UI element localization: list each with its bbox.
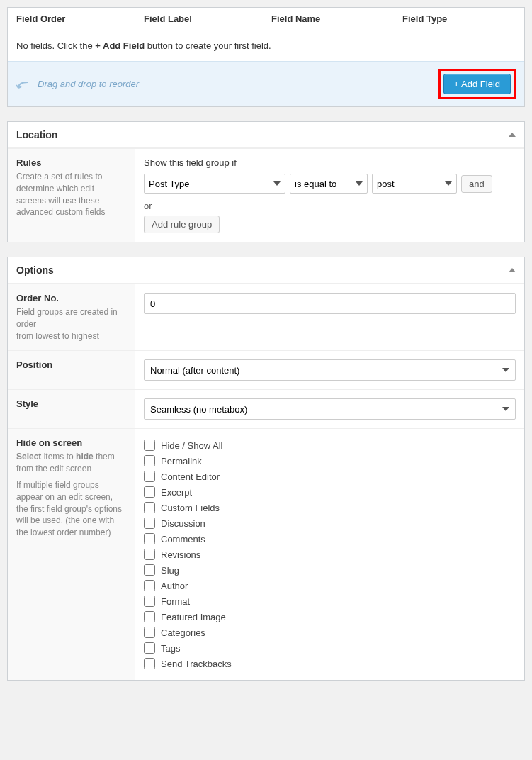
hide-desc-mid: items to: [41, 452, 76, 462]
or-label: or: [144, 201, 516, 211]
hide-item: Excerpt: [144, 484, 516, 500]
hide-item-label: Format: [161, 596, 190, 607]
options-title: Options: [16, 264, 54, 276]
options-toggle[interactable]: Options: [8, 257, 524, 284]
collapse-icon: [509, 133, 516, 137]
hide-item: Permalink: [144, 453, 516, 469]
reorder-hint: Drag and drop to reorder: [16, 78, 139, 91]
hide-item-label: Permalink: [161, 456, 202, 466]
hide-checkbox[interactable]: [144, 455, 155, 466]
add-field-button[interactable]: + Add Field: [443, 74, 511, 94]
hide-checkbox[interactable]: [144, 564, 155, 576]
order-no-desc: Field groups are created in order from l…: [16, 306, 126, 342]
col-header-label: Field Label: [135, 13, 263, 24]
rule-line: Post Type is equal to post and: [144, 174, 516, 194]
location-title: Location: [16, 129, 57, 140]
location-panel: Location Rules Create a set of rules to …: [7, 121, 525, 242]
hide-item-label: Custom Fields: [161, 503, 220, 513]
msg-post: button to create your first field.: [145, 40, 271, 51]
fields-panel: Field Order Field Label Field Name Field…: [7, 7, 525, 107]
hide-item: Custom Fields: [144, 500, 516, 515]
hide-checkbox[interactable]: [144, 658, 155, 669]
hide-checkbox[interactable]: [144, 533, 155, 544]
order-no-desc-2: from lowest to highest: [16, 331, 99, 341]
hide-item-label: Tags: [161, 643, 180, 654]
hide-item: Hide / Show All: [144, 437, 516, 453]
fields-header-row: Field Order Field Label Field Name Field…: [8, 8, 524, 30]
hide-checkbox[interactable]: [144, 486, 155, 498]
hide-item-label: Content Editor: [161, 471, 220, 482]
hide-item-label: Hide / Show All: [161, 440, 222, 451]
reorder-arrow-icon: [16, 78, 32, 91]
msg-bold: + Add Field: [95, 40, 145, 51]
position-select[interactable]: Normal (after content): [144, 359, 516, 381]
rule-and-button[interactable]: and: [461, 175, 492, 193]
hide-item-label: Slug: [161, 565, 179, 576]
hide-item-label: Featured Image: [161, 612, 226, 622]
hide-meta: Hide on screen Select items to hide them…: [8, 429, 135, 680]
hide-item: Format: [144, 593, 516, 609]
hide-checkbox[interactable]: [144, 549, 155, 560]
hide-item-label: Excerpt: [161, 487, 192, 498]
hide-on-screen-list: Hide / Show AllPermalinkContent EditorEx…: [144, 437, 516, 671]
fields-footer: Drag and drop to reorder + Add Field: [8, 61, 524, 106]
rules-meta: Rules Create a set of rules to determine…: [8, 149, 135, 242]
style-select[interactable]: Seamless (no metabox): [144, 398, 516, 420]
order-no-meta: Order No. Field groups are created in or…: [8, 284, 135, 350]
hide-item-label: Author: [161, 581, 188, 591]
hide-checkbox[interactable]: [144, 518, 155, 529]
hide-checkbox[interactable]: [144, 502, 155, 513]
hide-item-label: Revisions: [161, 549, 200, 560]
hide-desc-2: If multiple field groups appear on an ed…: [16, 479, 126, 539]
hide-checkbox[interactable]: [144, 440, 155, 451]
col-header-type: Field Type: [394, 13, 524, 24]
hide-checkbox[interactable]: [144, 471, 155, 482]
rules-label: Rules: [16, 157, 126, 168]
hide-item: Featured Image: [144, 609, 516, 625]
hide-checkbox[interactable]: [144, 596, 155, 607]
hide-item-label: Comments: [161, 534, 205, 544]
hide-desc-select: Select: [16, 452, 41, 462]
hide-item: Revisions: [144, 547, 516, 562]
add-rule-group-button[interactable]: Add rule group: [144, 216, 220, 233]
col-header-name: Field Name: [263, 13, 394, 24]
hide-item: Discussion: [144, 515, 516, 531]
hide-checkbox[interactable]: [144, 642, 155, 654]
rules-desc: Create a set of rules to determine which…: [16, 171, 126, 218]
hide-desc-hide: hide: [76, 452, 94, 462]
add-field-highlight: + Add Field: [438, 69, 516, 99]
hide-item: Tags: [144, 640, 516, 656]
show-if-label: Show this field group if: [144, 157, 516, 168]
no-fields-message: No fields. Click the + Add Field button …: [8, 30, 524, 61]
msg-pre: No fields. Click the: [16, 40, 95, 51]
location-toggle[interactable]: Location: [8, 122, 524, 148]
hide-label: Hide on screen: [16, 437, 126, 448]
hide-item: Author: [144, 578, 516, 593]
hide-item: Slug: [144, 562, 516, 578]
hide-item-label: Discussion: [161, 518, 205, 529]
order-no-label: Order No.: [16, 293, 126, 303]
hide-item: Comments: [144, 531, 516, 547]
hide-item-label: Categories: [161, 627, 205, 638]
hide-checkbox[interactable]: [144, 611, 155, 622]
rule-operator-select[interactable]: is equal to: [290, 174, 368, 194]
style-label: Style: [16, 398, 126, 409]
position-meta: Position: [8, 351, 135, 389]
hide-checkbox[interactable]: [144, 627, 155, 638]
hide-item-label: Send Trackbacks: [161, 659, 232, 669]
hide-desc: Select items to hide them from the edit …: [16, 451, 126, 539]
col-header-order: Field Order: [8, 13, 135, 24]
rules-body: Show this field group if Post Type is eq…: [135, 149, 524, 242]
hide-item: Content Editor: [144, 469, 516, 484]
hide-checkbox[interactable]: [144, 580, 155, 591]
options-panel: Options Order No. Field groups are creat…: [7, 257, 525, 681]
rule-value-select[interactable]: post: [372, 174, 457, 194]
hide-item: Categories: [144, 625, 516, 640]
order-no-desc-1: Field groups are created in order: [16, 307, 118, 329]
hide-item: Send Trackbacks: [144, 656, 516, 671]
rule-param-select[interactable]: Post Type: [144, 174, 285, 194]
order-no-input[interactable]: [144, 293, 516, 314]
collapse-icon: [509, 268, 516, 272]
reorder-hint-text: Drag and drop to reorder: [38, 79, 139, 89]
style-meta: Style: [8, 390, 135, 428]
